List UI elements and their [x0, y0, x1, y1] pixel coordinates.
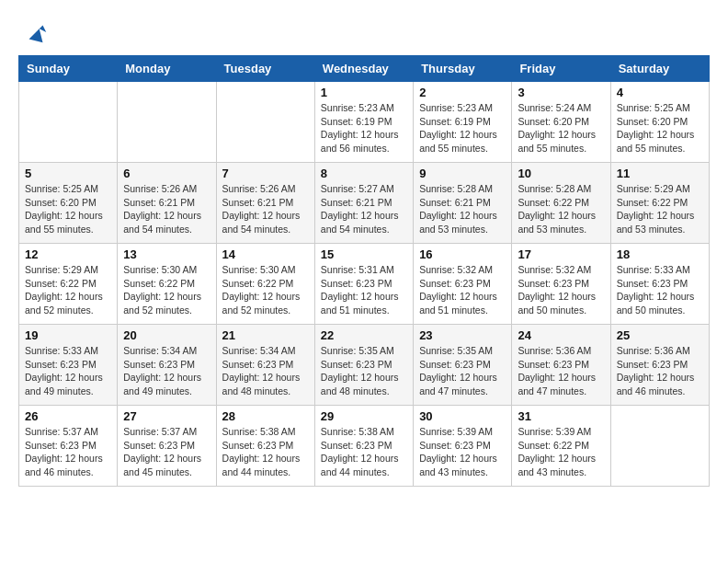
day-info: Sunrise: 5:39 AM Sunset: 6:23 PM Dayligh…: [419, 425, 506, 479]
day-cell-24: 22Sunrise: 5:35 AM Sunset: 6:23 PM Dayli…: [314, 325, 413, 406]
day-info: Sunrise: 5:35 AM Sunset: 6:23 PM Dayligh…: [419, 344, 506, 398]
day-number: 9: [419, 167, 506, 180]
day-info: Sunrise: 5:25 AM Sunset: 6:20 PM Dayligh…: [617, 101, 703, 155]
day-number: 24: [518, 328, 604, 342]
day-number: 28: [222, 409, 309, 423]
day-cell-30: 28Sunrise: 5:38 AM Sunset: 6:23 PM Dayli…: [216, 406, 314, 487]
day-cell-13: 11Sunrise: 5:29 AM Sunset: 6:22 PM Dayli…: [610, 163, 709, 244]
day-number: 15: [321, 247, 407, 261]
day-number: 19: [25, 328, 111, 342]
day-number: 20: [123, 328, 210, 342]
day-number: 18: [617, 247, 703, 261]
day-number: 29: [321, 409, 407, 423]
day-info: Sunrise: 5:30 AM Sunset: 6:22 PM Dayligh…: [222, 263, 309, 317]
day-number: 23: [419, 328, 506, 342]
day-info: Sunrise: 5:33 AM Sunset: 6:23 PM Dayligh…: [25, 344, 111, 398]
day-info: Sunrise: 5:31 AM Sunset: 6:23 PM Dayligh…: [321, 263, 407, 317]
day-cell-14: 12Sunrise: 5:29 AM Sunset: 6:22 PM Dayli…: [19, 244, 118, 325]
page-header: [18, 18, 710, 46]
day-cell-20: 18Sunrise: 5:33 AM Sunset: 6:23 PM Dayli…: [610, 244, 709, 325]
day-number: 6: [123, 167, 210, 180]
weekday-wednesday: Wednesday: [314, 56, 413, 82]
day-number: 17: [518, 247, 604, 261]
day-info: Sunrise: 5:28 AM Sunset: 6:22 PM Dayligh…: [518, 182, 604, 236]
day-info: Sunrise: 5:38 AM Sunset: 6:23 PM Dayligh…: [222, 425, 309, 479]
day-cell-16: 14Sunrise: 5:30 AM Sunset: 6:22 PM Dayli…: [216, 244, 314, 325]
svg-marker-0: [29, 26, 47, 43]
day-cell-0: [19, 82, 118, 163]
day-number: 11: [617, 167, 703, 180]
day-number: 10: [518, 167, 604, 180]
day-cell-15: 13Sunrise: 5:30 AM Sunset: 6:22 PM Dayli…: [118, 244, 216, 325]
calendar-header: SundayMondayTuesdayWednesdayThursdayFrid…: [19, 56, 710, 82]
day-info: Sunrise: 5:32 AM Sunset: 6:23 PM Dayligh…: [419, 263, 506, 317]
day-cell-9: 7Sunrise: 5:26 AM Sunset: 6:21 PM Daylig…: [216, 163, 314, 244]
day-number: 5: [25, 167, 111, 180]
day-info: Sunrise: 5:39 AM Sunset: 6:22 PM Dayligh…: [518, 425, 604, 479]
calendar-table: SundayMondayTuesdayWednesdayThursdayFrid…: [18, 55, 710, 487]
day-info: Sunrise: 5:30 AM Sunset: 6:22 PM Dayligh…: [123, 263, 210, 317]
day-cell-7: 5Sunrise: 5:25 AM Sunset: 6:20 PM Daylig…: [19, 163, 118, 244]
day-cell-22: 20Sunrise: 5:34 AM Sunset: 6:23 PM Dayli…: [118, 325, 216, 406]
day-number: 3: [518, 86, 604, 99]
day-number: 25: [617, 328, 703, 342]
day-info: Sunrise: 5:26 AM Sunset: 6:21 PM Dayligh…: [222, 182, 309, 236]
day-cell-1: [118, 82, 216, 163]
day-cell-27: 25Sunrise: 5:36 AM Sunset: 6:23 PM Dayli…: [610, 325, 709, 406]
weekday-monday: Monday: [118, 56, 216, 82]
day-cell-6: 4Sunrise: 5:25 AM Sunset: 6:20 PM Daylig…: [610, 82, 709, 163]
day-info: Sunrise: 5:24 AM Sunset: 6:20 PM Dayligh…: [518, 101, 604, 155]
day-info: Sunrise: 5:34 AM Sunset: 6:23 PM Dayligh…: [123, 344, 210, 398]
day-cell-19: 17Sunrise: 5:32 AM Sunset: 6:23 PM Dayli…: [512, 244, 610, 325]
day-cell-4: 2Sunrise: 5:23 AM Sunset: 6:19 PM Daylig…: [414, 82, 512, 163]
day-cell-11: 9Sunrise: 5:28 AM Sunset: 6:21 PM Daylig…: [414, 163, 512, 244]
day-number: 4: [617, 86, 703, 99]
logo-icon: [22, 18, 50, 46]
weekday-tuesday: Tuesday: [216, 56, 314, 82]
day-cell-33: 31Sunrise: 5:39 AM Sunset: 6:22 PM Dayli…: [512, 406, 610, 487]
day-info: Sunrise: 5:23 AM Sunset: 6:19 PM Dayligh…: [419, 101, 506, 155]
week-row-1: 1Sunrise: 5:23 AM Sunset: 6:19 PM Daylig…: [19, 82, 710, 163]
day-number: 30: [419, 409, 506, 423]
day-number: 26: [25, 409, 111, 423]
day-info: Sunrise: 5:26 AM Sunset: 6:21 PM Dayligh…: [123, 182, 210, 236]
calendar-body: 1Sunrise: 5:23 AM Sunset: 6:19 PM Daylig…: [19, 82, 710, 487]
day-cell-12: 10Sunrise: 5:28 AM Sunset: 6:22 PM Dayli…: [512, 163, 610, 244]
week-row-2: 5Sunrise: 5:25 AM Sunset: 6:20 PM Daylig…: [19, 163, 710, 244]
day-info: Sunrise: 5:36 AM Sunset: 6:23 PM Dayligh…: [518, 344, 604, 398]
day-number: 7: [222, 167, 309, 180]
day-number: 22: [321, 328, 407, 342]
weekday-friday: Friday: [512, 56, 610, 82]
day-cell-8: 6Sunrise: 5:26 AM Sunset: 6:21 PM Daylig…: [118, 163, 216, 244]
day-number: 1: [321, 86, 407, 99]
day-cell-21: 19Sunrise: 5:33 AM Sunset: 6:23 PM Dayli…: [19, 325, 118, 406]
day-info: Sunrise: 5:37 AM Sunset: 6:23 PM Dayligh…: [25, 425, 111, 479]
day-info: Sunrise: 5:28 AM Sunset: 6:21 PM Dayligh…: [419, 182, 506, 236]
day-cell-29: 27Sunrise: 5:37 AM Sunset: 6:23 PM Dayli…: [118, 406, 216, 487]
weekday-sunday: Sunday: [19, 56, 118, 82]
weekday-row: SundayMondayTuesdayWednesdayThursdayFrid…: [19, 56, 710, 82]
day-info: Sunrise: 5:29 AM Sunset: 6:22 PM Dayligh…: [617, 182, 703, 236]
day-cell-2: [216, 82, 314, 163]
day-info: Sunrise: 5:35 AM Sunset: 6:23 PM Dayligh…: [321, 344, 407, 398]
day-cell-3: 1Sunrise: 5:23 AM Sunset: 6:19 PM Daylig…: [314, 82, 413, 163]
day-info: Sunrise: 5:25 AM Sunset: 6:20 PM Dayligh…: [25, 182, 111, 236]
day-cell-34: [610, 406, 709, 487]
week-row-5: 26Sunrise: 5:37 AM Sunset: 6:23 PM Dayli…: [19, 406, 710, 487]
weekday-saturday: Saturday: [610, 56, 709, 82]
day-number: 14: [222, 247, 309, 261]
day-cell-17: 15Sunrise: 5:31 AM Sunset: 6:23 PM Dayli…: [314, 244, 413, 325]
day-cell-31: 29Sunrise: 5:38 AM Sunset: 6:23 PM Dayli…: [314, 406, 413, 487]
day-info: Sunrise: 5:37 AM Sunset: 6:23 PM Dayligh…: [123, 425, 210, 479]
day-cell-28: 26Sunrise: 5:37 AM Sunset: 6:23 PM Dayli…: [19, 406, 118, 487]
day-number: 8: [321, 167, 407, 180]
week-row-3: 12Sunrise: 5:29 AM Sunset: 6:22 PM Dayli…: [19, 244, 710, 325]
day-info: Sunrise: 5:33 AM Sunset: 6:23 PM Dayligh…: [617, 263, 703, 317]
weekday-thursday: Thursday: [414, 56, 512, 82]
day-number: 31: [518, 409, 604, 423]
day-info: Sunrise: 5:32 AM Sunset: 6:23 PM Dayligh…: [518, 263, 604, 317]
day-info: Sunrise: 5:34 AM Sunset: 6:23 PM Dayligh…: [222, 344, 309, 398]
day-info: Sunrise: 5:23 AM Sunset: 6:19 PM Dayligh…: [321, 101, 407, 155]
day-number: 2: [419, 86, 506, 99]
day-number: 21: [222, 328, 309, 342]
